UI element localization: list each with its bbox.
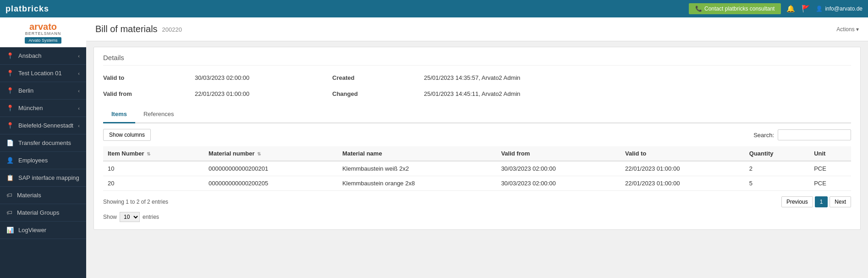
detail-grid: Valid to30/03/2023 02:00:00Created25/01/…: [103, 72, 851, 100]
show-columns-button[interactable]: Show columns: [103, 129, 151, 141]
sidebar-item-test-location[interactable]: 📍 Test Location 01 ‹: [0, 65, 86, 82]
table-row: 10000000000000200201Klemmbaustein weiß 2…: [103, 161, 851, 176]
cell-valid-from-0: 30/03/2023 02:00:00: [496, 161, 621, 176]
sidebar-nav: 📍 Ansbach ‹ 📍 Test Location 01 ‹ 📍 Berli…: [0, 47, 86, 278]
cell-material-name-1: Klemmbaustein orange 2x8: [338, 176, 496, 191]
page-1-button[interactable]: 1: [815, 196, 828, 207]
sidebar-label-munchen: München: [18, 105, 43, 111]
sidebar-item-materials[interactable]: 🏷 Materials: [0, 187, 86, 204]
th-item-number[interactable]: Item Number ⇅: [103, 146, 204, 161]
logo-systems: Arvato Systems: [25, 37, 61, 44]
detail-value-valid-from: 22/01/2023 01:00:00: [195, 88, 332, 100]
pagination-controls: Previous 1 Next: [781, 196, 851, 207]
brand-name: platbricks: [5, 4, 49, 14]
show-label: Show: [103, 214, 117, 220]
user-menu[interactable]: 👤 info@arvato.de: [816, 6, 863, 12]
sidebar-label-berlin: Berlin: [18, 87, 33, 94]
search-input[interactable]: [778, 129, 851, 140]
sidebar-item-berlin[interactable]: 📍 Berlin ‹: [0, 82, 86, 100]
content-area: Bill of materials 200220 Actions ▾ Detai…: [86, 17, 868, 278]
user-icon: 👤: [816, 6, 823, 12]
detail-value-created: 25/01/2023 14:35:57, Arvato2 Admin: [424, 72, 851, 83]
th-valid-from: Valid from: [496, 146, 621, 161]
detail-label-created: Created: [332, 72, 424, 83]
sidebar-icon-materials: 🏷: [6, 192, 12, 199]
detail-label-valid-from: Valid from: [103, 88, 195, 100]
sidebar-label-sap: SAP interface mapping: [18, 174, 79, 181]
search-label: Search:: [753, 132, 774, 139]
sidebar-item-left: 📍 München: [6, 105, 43, 111]
sidebar-icon-berlin: 📍: [6, 87, 14, 94]
sidebar-item-left: 📍 Bielefeld-Sennestadt: [6, 122, 73, 129]
table-row: 20000000000000200205Klemmbaustein orange…: [103, 176, 851, 191]
cell-quantity-0: 2: [745, 161, 809, 176]
tabs-container: ItemsReferences: [103, 106, 851, 123]
sidebar-item-left: 🏷 Material Groups: [6, 209, 59, 216]
th-unit: Unit: [809, 146, 851, 161]
detail-value-valid-to: 30/03/2023 02:00:00: [195, 72, 332, 83]
sidebar: arvato BERTELSMANN Arvato Systems 📍 Ansb…: [0, 17, 86, 278]
bell-icon[interactable]: 🔔: [786, 5, 795, 13]
sidebar-icon-employees: 👤: [6, 157, 14, 164]
sort-icon-material-number: ⇅: [256, 151, 261, 156]
sidebar-label-test-location: Test Location 01: [18, 70, 62, 77]
cell-unit-0: PCE: [809, 161, 851, 176]
sidebar-item-left: 📄 Transfer documents: [6, 139, 71, 146]
sidebar-item-ansbach[interactable]: 📍 Ansbach ‹: [0, 47, 86, 65]
details-section: Details Valid to30/03/2023 02:00:00Creat…: [94, 47, 860, 106]
logo-arvato: arvato: [29, 22, 57, 31]
tab-references[interactable]: References: [135, 106, 182, 123]
th-material-name: Material name: [338, 146, 496, 161]
show-entries-row: Show 10 25 50 entries: [103, 212, 851, 222]
top-bar-icons: 🔔 🚩: [786, 5, 810, 13]
flag-icon[interactable]: 🚩: [802, 5, 810, 13]
cell-quantity-1: 5: [745, 176, 809, 191]
cell-unit-1: PCE: [809, 176, 851, 191]
entries-select[interactable]: 10 25 50: [120, 212, 140, 222]
chevron-icon-bielefeld: ‹: [78, 123, 80, 128]
sidebar-item-sap[interactable]: 📋 SAP interface mapping: [0, 169, 86, 187]
table-section: Show columns Search: Item Number ⇅Materi…: [94, 123, 860, 229]
sidebar-item-transfer[interactable]: 📄 Transfer documents: [0, 134, 86, 152]
sidebar-item-employees[interactable]: 👤 Employees: [0, 152, 86, 169]
contact-button[interactable]: 📞 Contact platbricks consultant: [689, 3, 781, 14]
actions-menu[interactable]: Actions ▾: [836, 26, 859, 33]
sidebar-label-bielefeld: Bielefeld-Sennestadt: [18, 122, 73, 129]
cell-material-number-0: 000000000000200201: [204, 161, 338, 176]
sidebar-item-material-groups[interactable]: 🏷 Material Groups: [0, 204, 86, 222]
sidebar-item-bielefeld[interactable]: 📍 Bielefeld-Sennestadt ‹: [0, 117, 86, 134]
sidebar-item-left: 📍 Test Location 01: [6, 70, 62, 77]
chevron-icon-berlin: ‹: [78, 88, 80, 94]
showing-text: Showing 1 to 2 of 2 entries: [103, 199, 168, 205]
top-bar: platbricks 📞 Contact platbricks consulta…: [0, 0, 868, 17]
sidebar-item-logviewer[interactable]: 📊 LogViewer: [0, 222, 86, 239]
th-valid-to: Valid to: [621, 146, 745, 161]
sidebar-label-transfer: Transfer documents: [18, 139, 71, 146]
next-button[interactable]: Next: [830, 196, 851, 207]
detail-label-valid-to: Valid to: [103, 72, 195, 83]
table-header: Item Number ⇅Material number ⇅Material n…: [103, 146, 851, 161]
pagination-row: Showing 1 to 2 of 2 entries Previous 1 N…: [103, 196, 851, 207]
sort-icon-item-number: ⇅: [145, 151, 150, 156]
tab-items[interactable]: Items: [103, 106, 135, 123]
sidebar-label-logviewer: LogViewer: [18, 227, 46, 234]
sidebar-icon-bielefeld: 📍: [6, 122, 14, 129]
top-bar-right: 📞 Contact platbricks consultant 🔔 🚩 👤 in…: [689, 3, 863, 14]
table-body: 10000000000000200201Klemmbaustein weiß 2…: [103, 161, 851, 191]
sidebar-icon-test-location: 📍: [6, 70, 14, 77]
sidebar-icon-munchen: 📍: [6, 105, 14, 111]
chevron-icon-munchen: ‹: [78, 106, 80, 111]
sidebar-item-left: 📋 SAP interface mapping: [6, 174, 79, 181]
th-material-number[interactable]: Material number ⇅: [204, 146, 338, 161]
table-toolbar: Show columns Search:: [103, 129, 851, 141]
sidebar-icon-sap: 📋: [6, 174, 14, 181]
cell-material-name-0: Klemmbaustein weiß 2x2: [338, 161, 496, 176]
sidebar-logo: arvato BERTELSMANN Arvato Systems: [0, 17, 86, 47]
sidebar-label-ansbach: Ansbach: [18, 52, 42, 59]
previous-button[interactable]: Previous: [781, 196, 813, 207]
chevron-icon-ansbach: ‹: [78, 53, 80, 59]
cell-item-number-0: 10: [103, 161, 204, 176]
sidebar-label-employees: Employees: [18, 157, 48, 164]
sidebar-item-munchen[interactable]: 📍 München ‹: [0, 100, 86, 117]
sidebar-item-left: 🏷 Materials: [6, 192, 41, 199]
